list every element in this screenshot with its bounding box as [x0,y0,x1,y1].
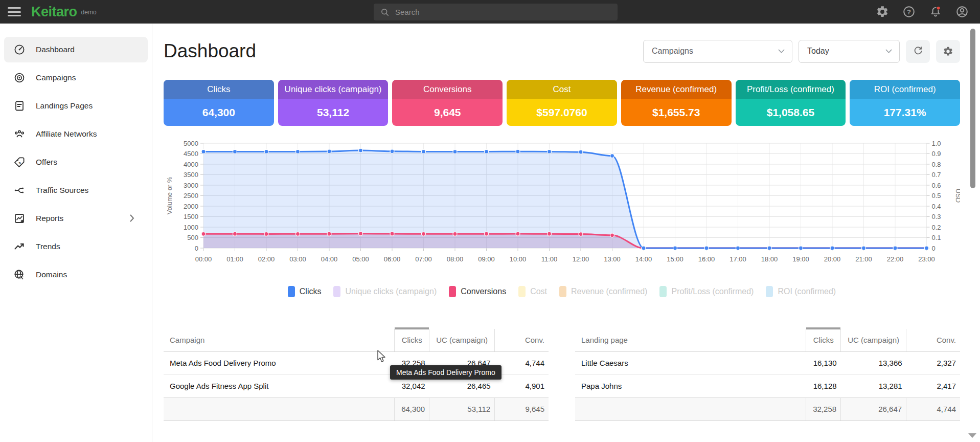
svg-text:14:00: 14:00 [635,255,652,263]
svg-text:0.6: 0.6 [932,182,941,189]
sidebar-item-traffic-sources[interactable]: Traffic Sources [4,178,148,203]
svg-text:15:00: 15:00 [667,255,683,263]
column-header-conv[interactable]: Conv. [906,329,960,351]
sidebar-item-affiliate-networks[interactable]: Affiliate Networks [4,121,148,147]
mouse-cursor [377,350,386,363]
scroll-down-arrow-icon[interactable] [968,433,976,438]
account-icon[interactable] [955,5,969,18]
legend-label: Clicks [300,287,322,296]
total-cell [575,397,806,421]
sidebar-item-offers[interactable]: sOffers [4,149,148,175]
column-header-campaign[interactable]: Campaign [164,329,395,351]
legend-item-unique-clicks-campaign[interactable]: Unique clicks (campaign) [333,286,437,297]
metric-card-value: 64,300 [164,99,274,126]
legend-item-conversions[interactable]: Conversions [449,286,506,297]
column-header-uc-campaign[interactable]: UC (campaign) [841,329,906,351]
column-header-uc-campaign[interactable]: UC (campaign) [429,329,495,351]
chevron-right-icon [130,214,134,224]
metric-card-label: Revenue (confirmed) [621,80,732,99]
refresh-button[interactable] [906,40,930,63]
total-cell: 32,258 [806,397,841,421]
table-row[interactable]: Papa Johns16,12813,2812,417 [575,374,960,397]
legend-item-roi-confirmed[interactable]: ROI (confirmed) [766,286,836,297]
legend-swatch [518,286,526,297]
line-chart-svg[interactable]: 00:0001:0002:0003:0004:0005:0006:0007:00… [164,138,960,279]
date-range-select[interactable]: Today [799,40,900,63]
row-value-cell: 16,130 [806,351,841,374]
svg-text:00:00: 00:00 [195,255,212,263]
domains-icon [13,269,26,281]
svg-text:0.1: 0.1 [932,234,941,241]
row-name-cell: Meta Ads Food Delivery Promo [164,351,395,374]
legend-swatch [766,286,773,297]
grouping-select[interactable]: Campaigns [643,40,792,63]
legend-swatch [288,286,295,297]
metric-card-conversions: Conversions9,645 [392,80,503,126]
legend-label: Unique clicks (campaign) [345,287,437,296]
menu-toggle-icon[interactable] [8,7,21,16]
svg-text:12:00: 12:00 [573,255,589,263]
total-cell: 53,112 [429,397,495,421]
row-value-cell: 2,327 [906,351,960,374]
svg-text:11:00: 11:00 [541,255,558,263]
svg-text:Volume or %: Volume or % [166,176,173,214]
sidebar-item-campaigns[interactable]: Campaigns [4,65,148,91]
metric-card-profit-loss-confirmed: Profit/Loss (confirmed)$1,058.65 [736,80,846,126]
sidebar-item-trends[interactable]: Trends [4,234,148,259]
legend-label: Profit/Loss (confirmed) [671,287,754,296]
svg-text:13:00: 13:00 [604,255,621,263]
row-value-cell: 4,901 [495,374,549,397]
legend-item-revenue-confirmed[interactable]: Revenue (confirmed) [559,286,647,297]
sidebar-nav: DashboardCampaignsLandings PagesAffiliat… [0,24,152,442]
legend-item-clicks[interactable]: Clicks [288,286,322,297]
table-row[interactable]: Little Caesars16,13013,3662,327 [575,351,960,374]
svg-text:0.8: 0.8 [932,161,941,168]
svg-text:1500: 1500 [184,213,198,220]
table-header-row: CampaignClicksUC (campaign)Conv. [164,329,549,351]
svg-text:07:00: 07:00 [415,255,432,263]
sidebar-item-domains[interactable]: Domains [4,262,148,288]
row-name-cell: Google Ads Fitness App Split [164,374,395,397]
metric-card-roi-confirmed: ROI (confirmed)177.31% [850,80,960,126]
column-header-clicks[interactable]: Clicks [806,329,841,351]
metric-card-label: Unique clicks (campaign) [278,80,389,99]
sidebar-item-landings-pages[interactable]: Landings Pages [4,93,148,119]
row-tooltip: Meta Ads Food Delivery Promo [390,365,502,380]
landings-icon [13,100,26,112]
metric-card-value: 177.31% [850,99,960,126]
help-icon[interactable]: ? [902,5,916,18]
svg-text:5000: 5000 [184,140,198,147]
notifications-icon[interactable] [929,5,942,18]
svg-text:0: 0 [932,245,936,252]
sidebar-item-dashboard[interactable]: Dashboard [4,37,148,62]
legend-swatch [659,286,667,297]
svg-text:2500: 2500 [184,192,198,200]
metric-card-value: $1,655.73 [621,99,732,126]
svg-text:08:00: 08:00 [447,255,464,263]
total-cell: 9,645 [495,397,549,421]
svg-text:03:00: 03:00 [289,255,306,263]
column-header-clicks[interactable]: Clicks [395,329,429,351]
metric-card-value: $1,058.65 [736,99,846,126]
search-input[interactable] [395,8,600,16]
svg-text:18:00: 18:00 [761,255,778,263]
svg-text:20:00: 20:00 [824,255,841,263]
column-header-landing-page[interactable]: Landing page [575,329,806,351]
sidebar-item-reports[interactable]: Reports [4,206,148,231]
legend-item-profit-loss-confirmed[interactable]: Profit/Loss (confirmed) [659,286,754,297]
svg-text:500: 500 [187,234,198,241]
svg-text:19:00: 19:00 [792,255,809,263]
svg-text:16:00: 16:00 [698,255,715,263]
chevron-down-icon [763,49,785,54]
app-logo[interactable]: Keitaro demo [31,4,97,20]
settings-icon[interactable] [876,5,889,18]
svg-text:0.3: 0.3 [932,213,941,220]
column-header-conv[interactable]: Conv. [495,329,549,351]
chart-legend: ClicksUnique clicks (campaign)Conversion… [164,286,960,297]
dashboard-settings-button[interactable] [936,40,960,63]
row-name-cell: Little Caesars [575,351,806,374]
legend-item-cost[interactable]: Cost [518,286,547,297]
row-value-cell: 2,417 [906,374,960,397]
trends-icon [13,240,26,253]
scrollbar-thumb[interactable] [970,29,975,188]
